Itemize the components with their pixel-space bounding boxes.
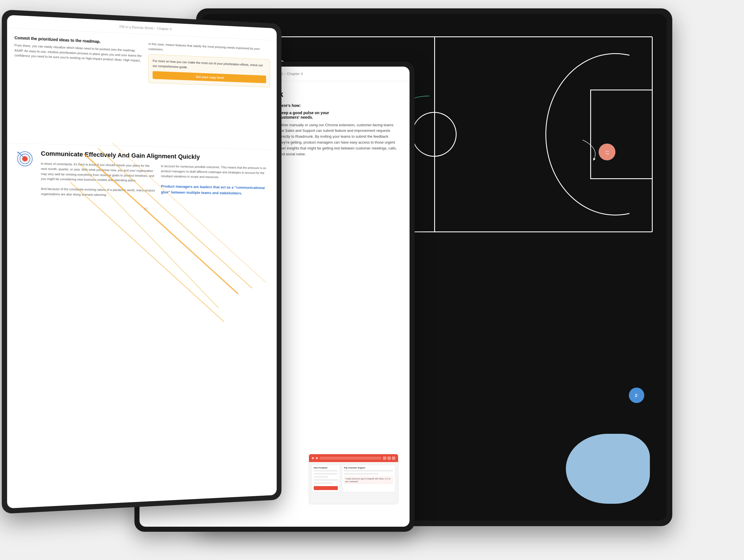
communicate-right-text: to account for numerous possible outcome… bbox=[161, 164, 270, 200]
front-right-body1: in this case, means features that satisf… bbox=[148, 41, 270, 56]
court-center-circle bbox=[412, 112, 457, 157]
section2-left-body2: And because of the constantly-evolving n… bbox=[41, 187, 155, 196]
communicate-left-text: In times of uncertainty, it's hard to kn… bbox=[41, 161, 155, 198]
communicate-heading: Communicate Effectively And Gain Alignme… bbox=[41, 150, 270, 162]
target-icon-area bbox=[14, 149, 35, 196]
section2-left-body: In times of uncertainty, it's hard to kn… bbox=[41, 162, 154, 182]
player-blue2: Z· bbox=[629, 388, 644, 403]
section2-right-body: to account for numerous possible outcome… bbox=[161, 165, 266, 179]
front-section2: Communicate Effectively And Gain Alignme… bbox=[7, 143, 276, 205]
front-top-content: Commit the prioritized ideas to the road… bbox=[7, 28, 276, 150]
callout-text: For more on how you can make the most ou… bbox=[153, 58, 266, 73]
communicate-section: Communicate Effectively And Gain Alignme… bbox=[41, 150, 270, 200]
keep-pulse-heading: Keep a good pulse on yourcustomers' need… bbox=[279, 111, 400, 120]
target-icon bbox=[17, 151, 33, 167]
blue-blob-decoration bbox=[566, 434, 650, 504]
highlight-blue-text: Product managers are leaders that act as… bbox=[161, 184, 270, 197]
front-right-col: in this case, means features that satisf… bbox=[148, 41, 270, 143]
callout-box: For more on how you can make the most ou… bbox=[148, 54, 270, 88]
svg-marker-4 bbox=[17, 151, 19, 153]
right-body-text: Either manually or using our Chrome exte… bbox=[279, 122, 400, 157]
tablet-front-screen: PM in a Remote World – Chapter 4 Commit … bbox=[7, 15, 276, 508]
right-column: Here's how: Keep a good pulse on yourcus… bbox=[279, 103, 400, 256]
get-copy-button[interactable]: Get your copy here! bbox=[153, 71, 266, 83]
heres-how-heading: Here's how: bbox=[279, 103, 400, 108]
communicate-two-col: In times of uncertainty, it's hard to kn… bbox=[41, 161, 270, 200]
front-left-body: From there, you can easily visualize whi… bbox=[14, 43, 143, 63]
tablet-front: PM in a Remote World – Chapter 4 Commit … bbox=[2, 9, 281, 514]
front-left-col: Commit the prioritized ideas to the road… bbox=[14, 36, 143, 139]
right-arrow-svg bbox=[577, 134, 611, 162]
